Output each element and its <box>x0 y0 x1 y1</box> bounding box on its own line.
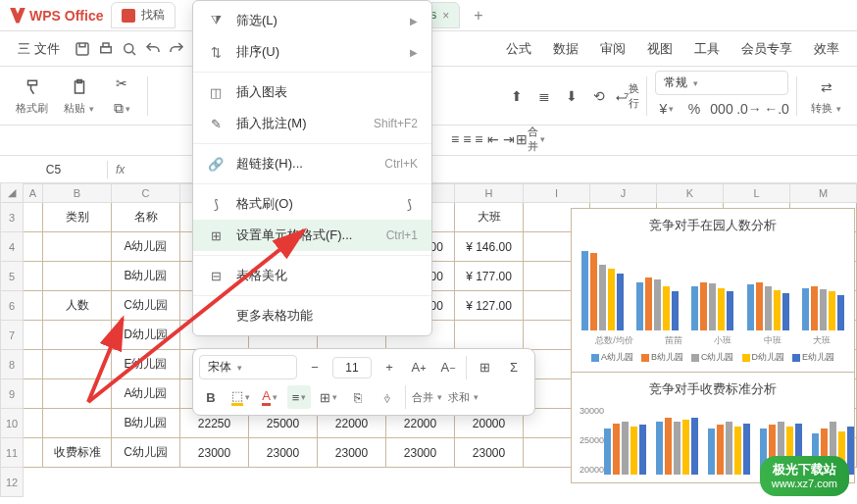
select-all[interactable]: ◢ <box>0 183 24 203</box>
fill-color-button[interactable]: ⬚▾ <box>228 385 252 409</box>
fx-button[interactable]: fx <box>108 163 132 176</box>
paste-label[interactable]: 粘贴▾ <box>64 101 94 116</box>
copy-icon[interactable]: ⧉▾ <box>110 97 133 121</box>
dec-inc-icon[interactable]: .0→ <box>737 97 761 121</box>
ctx-item[interactable]: 🔗超链接(H)...Ctrl+K <box>193 148 431 179</box>
cell[interactable] <box>24 291 43 321</box>
indent-dec-icon[interactable]: ⇤ <box>487 127 499 151</box>
cell[interactable] <box>24 262 43 291</box>
file-menu[interactable]: 三 文件 <box>10 36 68 62</box>
row-header[interactable]: 10 <box>0 409 24 438</box>
col-header[interactable]: C <box>112 183 180 203</box>
convert-icon[interactable]: ⇄ <box>815 76 838 99</box>
ctx-item[interactable]: ⟆格式刷(O)⟆ <box>193 188 431 220</box>
merge-label[interactable]: 合并▾ <box>412 390 442 405</box>
cell[interactable]: 23000 <box>180 438 249 468</box>
cell[interactable]: 类别 <box>43 203 112 232</box>
ctx-item[interactable]: 更多表格功能 <box>193 300 431 331</box>
preview-icon[interactable] <box>121 40 138 58</box>
ctx-item[interactable]: ✎插入批注(M)Shift+F2 <box>193 108 431 139</box>
cell[interactable]: 23000 <box>455 438 524 468</box>
tab-data[interactable]: 数据 <box>545 36 586 62</box>
col-header[interactable]: H <box>455 183 524 203</box>
add-tab-button[interactable]: + <box>474 7 482 25</box>
convert-label[interactable]: 转换▾ <box>811 101 841 116</box>
cell[interactable]: D幼儿园 <box>112 321 180 350</box>
delete-button[interactable]: ⎀ <box>376 385 399 409</box>
ctx-item[interactable]: ⊟表格美化 <box>193 260 431 291</box>
cell[interactable]: C幼儿园 <box>112 438 180 468</box>
cell[interactable]: B幼儿园 <box>112 262 180 291</box>
cell[interactable]: 收费标准 <box>43 438 112 468</box>
close-icon[interactable]: × <box>442 9 449 23</box>
row-header[interactable]: 12 <box>0 468 24 497</box>
cell[interactable] <box>24 438 43 468</box>
cell[interactable]: A幼儿园 <box>112 379 180 409</box>
font-size-select[interactable]: 11 <box>332 357 372 378</box>
cell[interactable]: 名称 <box>112 203 180 232</box>
cell[interactable]: 大班 <box>455 203 524 232</box>
format-painter-icon[interactable] <box>21 76 44 99</box>
cell[interactable] <box>24 321 43 350</box>
row-header[interactable]: 5 <box>0 262 24 291</box>
cell[interactable]: E幼儿园 <box>112 350 180 379</box>
col-header[interactable]: L <box>724 183 790 203</box>
cell[interactable] <box>43 321 112 350</box>
merge-button[interactable]: ⊞ 合并▾ <box>519 127 542 151</box>
row-header[interactable]: 11 <box>0 438 24 468</box>
cell[interactable] <box>24 203 43 232</box>
cell[interactable] <box>43 350 112 379</box>
row-header[interactable]: 9 <box>0 379 24 409</box>
cell[interactable] <box>43 262 112 291</box>
font-select[interactable]: 宋体▾ <box>199 355 297 379</box>
font-shrink-icon[interactable]: A− <box>436 356 460 379</box>
cell[interactable] <box>455 321 524 350</box>
col-header[interactable]: M <box>790 183 857 203</box>
cell[interactable]: ¥ 146.00 <box>455 232 524 262</box>
wrap-button[interactable]: ⮐ 换行 <box>615 84 638 108</box>
cell[interactable]: 23000 <box>318 438 386 468</box>
bold-button[interactable]: B <box>199 385 223 409</box>
ctx-item[interactable]: ⊞设置单元格格式(F)...Ctrl+1 <box>193 220 431 251</box>
row-header[interactable]: 7 <box>0 321 24 350</box>
tab-review[interactable]: 审阅 <box>592 36 633 62</box>
cell-reference[interactable]: C5 <box>0 161 108 178</box>
number-format-select[interactable]: 常规▾ <box>655 71 788 95</box>
currency-icon[interactable]: ¥▾ <box>655 97 679 121</box>
cell[interactable]: 人数 <box>43 291 112 321</box>
font-grow-icon[interactable]: A+ <box>407 356 430 379</box>
cell[interactable] <box>24 350 43 379</box>
font-color-button[interactable]: A▾ <box>258 385 281 409</box>
align-center-icon[interactable]: ≡ <box>463 127 471 151</box>
comma-icon[interactable]: 000 <box>710 97 733 121</box>
redo-icon[interactable] <box>168 40 185 58</box>
row-header[interactable]: 6 <box>0 291 24 321</box>
doc-tab-1[interactable]: 找稿 <box>111 2 176 28</box>
cell[interactable]: ¥ 177.00 <box>455 262 524 291</box>
align-button[interactable]: ≡▾ <box>287 385 311 409</box>
ctx-item[interactable]: ⧩筛选(L)▶ <box>193 5 431 36</box>
cell[interactable] <box>24 232 43 262</box>
cell[interactable] <box>43 379 112 409</box>
sum-label[interactable]: 求和▾ <box>448 390 479 405</box>
col-header[interactable]: K <box>657 183 724 203</box>
tab-formula[interactable]: 公式 <box>498 36 539 62</box>
row-header[interactable]: 8 <box>0 350 24 379</box>
cell[interactable]: 23000 <box>386 438 455 468</box>
print-icon[interactable] <box>97 40 115 58</box>
align-left-icon[interactable]: ≡ <box>451 127 459 151</box>
col-header[interactable]: A <box>24 183 43 203</box>
col-header[interactable]: I <box>524 183 590 203</box>
percent-icon[interactable]: % <box>682 97 706 121</box>
undo-icon[interactable] <box>144 40 162 58</box>
cell[interactable]: C幼儿园 <box>112 291 180 321</box>
align-bot-icon[interactable]: ⬇ <box>560 84 583 108</box>
border-button[interactable]: ⊞▾ <box>317 385 340 409</box>
insert-button[interactable]: ⎘ <box>346 385 370 409</box>
align-mid-icon[interactable]: ≣ <box>532 84 556 108</box>
dec-dec-icon[interactable]: ←.0 <box>765 97 788 121</box>
ctx-item[interactable]: ◫插入图表 <box>193 76 431 108</box>
font-dec-icon[interactable]: − <box>303 356 327 379</box>
autosum-icon[interactable]: Σ <box>502 356 526 379</box>
font-inc-icon[interactable]: + <box>378 356 401 379</box>
